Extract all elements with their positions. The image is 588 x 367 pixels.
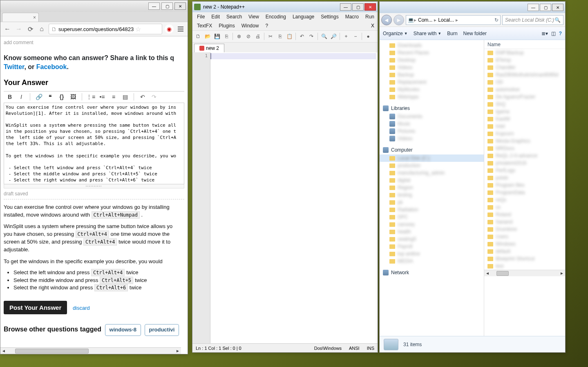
answer-textarea[interactable]: You can exercise fine control over where…: [4, 103, 184, 184]
file-row[interactable]: Chandler: [484, 64, 565, 71]
file-row[interactable]: vs: [484, 204, 565, 211]
forward-button[interactable]: →: [14, 25, 23, 34]
facebook-link[interactable]: Facebook: [36, 63, 67, 70]
tree-item[interactable]: Pictures: [380, 128, 484, 135]
tree-item[interactable]: Recent Places: [380, 49, 484, 56]
file-row[interactable]: Roland: [484, 211, 565, 218]
back-button[interactable]: ←: [3, 25, 12, 34]
tag-productivity[interactable]: productivi: [145, 324, 179, 336]
close-file-icon[interactable]: ⊗: [235, 32, 243, 40]
navigation-tree[interactable]: DownloadsRecent PlacesDesktopVideosBacku…: [380, 40, 484, 336]
menu-textfx[interactable]: TextFX: [194, 22, 215, 29]
open-file-icon[interactable]: 📂: [203, 32, 212, 40]
breadcrumb-localdisk[interactable]: Local...: [436, 17, 456, 23]
menu-view[interactable]: View: [246, 13, 262, 20]
menu-macro[interactable]: Macro: [342, 13, 362, 20]
find-icon[interactable]: 🔍: [320, 32, 328, 40]
file-row[interactable]: Blueprint Shortcut: [484, 255, 565, 262]
new-file-icon[interactable]: 🗋: [194, 32, 202, 40]
record-macro-icon[interactable]: ●: [364, 32, 372, 40]
file-row[interactable]: PerfLogs: [484, 167, 565, 174]
burn-button[interactable]: Burn: [447, 31, 457, 36]
resize-grip[interactable]: [4, 184, 184, 188]
file-row[interactable]: Intel: [484, 123, 565, 130]
file-row[interactable]: Igama: [484, 108, 565, 115]
tree-item[interactable]: carosey: [380, 221, 484, 228]
save-icon[interactable]: 💾: [213, 32, 221, 40]
italic-button[interactable]: I: [17, 92, 26, 101]
tree-item[interactable]: Downloads: [380, 42, 484, 49]
tree-item[interactable]: production: [380, 162, 484, 169]
copy-icon[interactable]: ⎘: [276, 32, 284, 40]
replace-icon[interactable]: 🔎: [329, 32, 338, 40]
tree-item[interactable]: Videos: [380, 64, 484, 71]
scroll-right-arrow[interactable]: ►: [174, 348, 181, 354]
tree-item[interactable]: DPC: [380, 213, 484, 221]
file-row[interactable]: ShQ: [484, 101, 565, 108]
breadcrumb-bar[interactable]: 💻 ▸ Com... ▸ Local... ▸ ↻: [406, 15, 501, 25]
extension-icon[interactable]: ◉: [165, 25, 174, 34]
tree-item[interactable]: Replacement: [380, 78, 484, 86]
bold-button[interactable]: B: [5, 92, 14, 101]
close-button[interactable]: ✕: [174, 2, 186, 10]
file-row[interactable]: default: [484, 248, 565, 255]
tree-item[interactable]: digital: [380, 177, 484, 184]
tree-item[interactable]: Documents: [380, 113, 484, 120]
menu-edit[interactable]: Edit: [208, 13, 223, 20]
file-row[interactable]: Program files: [484, 181, 565, 189]
file-row[interactable]: reQs: [484, 196, 565, 204]
ulist-button[interactable]: •≡: [98, 92, 107, 101]
menu-search[interactable]: Search: [224, 13, 245, 20]
help-icon[interactable]: ?: [559, 31, 562, 36]
horizontal-scrollbar[interactable]: ◄ ►: [0, 347, 181, 354]
quote-button[interactable]: ❝: [46, 92, 55, 101]
view-options-icon[interactable]: ≣▾: [541, 31, 548, 36]
nav-back-button[interactable]: ◄: [381, 15, 392, 25]
preview-pane-icon[interactable]: ◫: [551, 31, 556, 36]
breadcrumb-computer[interactable]: Com...: [416, 17, 434, 23]
tree-item[interactable]: health: [380, 228, 484, 235]
tree-item[interactable]: testing: [380, 191, 484, 199]
file-row[interactable]: RasDB\Muthukrishnan6065d: [484, 71, 565, 78]
text-area[interactable]: [210, 52, 378, 343]
twitter-link[interactable]: Twitter: [4, 63, 24, 70]
link-button[interactable]: 🔗: [34, 92, 43, 101]
minimize-button[interactable]: —: [148, 2, 160, 10]
tag-windows-8[interactable]: windows-8: [105, 324, 141, 336]
zoom-in-icon[interactable]: +: [342, 32, 350, 40]
minimize-button[interactable]: —: [528, 4, 539, 11]
redo-button[interactable]: ↷: [150, 92, 159, 101]
save-all-icon[interactable]: ⎘: [222, 32, 230, 40]
menu-plugins[interactable]: Plugins: [216, 22, 237, 29]
redo-icon[interactable]: ↷: [307, 32, 315, 40]
file-row[interactable]: ProgramData: [484, 189, 565, 196]
share-with-menu[interactable]: Share with▼: [414, 31, 442, 36]
menu-encoding[interactable]: Encoding: [263, 13, 289, 20]
tree-group[interactable]: Computer: [380, 145, 484, 154]
menu-language[interactable]: Language: [290, 13, 317, 20]
file-row[interactable]: Windows: [484, 240, 565, 248]
menu-window[interactable]: Window: [239, 22, 262, 29]
file-row[interactable]: Sanand: [484, 218, 565, 226]
file-row[interactable]: Kopcorn: [484, 130, 565, 137]
menu-settings[interactable]: Settings: [318, 13, 341, 20]
close-button[interactable]: ✕: [364, 3, 376, 11]
browser-tab[interactable]: ×: [2, 13, 39, 22]
organize-menu[interactable]: Organize▼: [383, 31, 408, 36]
close-button[interactable]: ✕: [552, 4, 563, 11]
tree-item[interactable]: Backup: [380, 71, 484, 78]
tree-item[interactable]: top aniline: [380, 250, 484, 257]
file-tab[interactable]: new 2: [194, 44, 224, 52]
home-button[interactable]: ⌂: [37, 25, 46, 34]
tree-item[interactable]: Desktop: [380, 56, 484, 64]
print-icon[interactable]: 🖨: [254, 32, 262, 40]
tree-item[interactable]: Payroll: [380, 243, 484, 250]
tree-item[interactable]: MEDIA: [380, 257, 484, 265]
add-comment-link[interactable]: add comment: [4, 40, 184, 45]
file-row[interactable]: KastW: [484, 115, 565, 123]
zoom-out-icon[interactable]: −: [351, 32, 360, 40]
file-row[interactable]: privateml2016: [484, 159, 565, 167]
tree-group[interactable]: Libraries: [380, 104, 484, 113]
file-row[interactable]: Users: [484, 233, 565, 240]
address-bar[interactable]: 🗋 superuser.com/questions/64823 ☆: [49, 24, 162, 34]
